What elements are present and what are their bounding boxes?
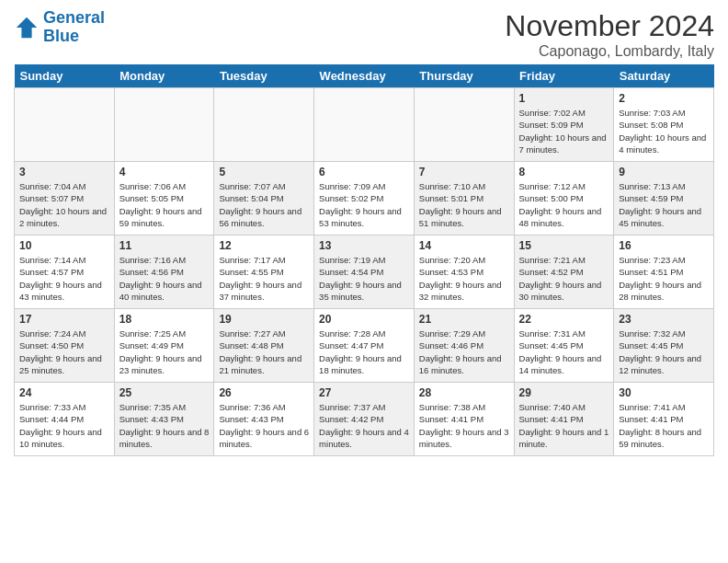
day-number-15: 15: [519, 239, 609, 252]
day-info-6: Sunrise: 7:09 AM Sunset: 5:02 PM Dayligh…: [319, 180, 409, 229]
day-number-23: 23: [619, 313, 709, 326]
day-number-26: 26: [219, 386, 309, 399]
header-saturday: Saturday: [614, 64, 714, 88]
page-container: General Blue November 2024 Caponago, Lom…: [0, 0, 728, 465]
day-number-28: 28: [419, 386, 509, 399]
day-number-16: 16: [619, 239, 709, 252]
calendar-cell-w0-d0: [15, 88, 115, 162]
day-number-6: 6: [319, 166, 409, 178]
logo: General Blue: [14, 9, 105, 46]
day-number-30: 30: [619, 386, 709, 399]
svg-marker-0: [17, 17, 37, 38]
day-info-24: Sunrise: 7:33 AM Sunset: 4:44 PM Dayligh…: [19, 401, 109, 450]
calendar-cell-w3-d5: 22Sunrise: 7:31 AM Sunset: 4:45 PM Dayli…: [514, 309, 614, 383]
calendar-cell-w0-d4: [414, 88, 514, 162]
day-info-30: Sunrise: 7:41 AM Sunset: 4:41 PM Dayligh…: [619, 401, 709, 450]
calendar-cell-w2-d5: 15Sunrise: 7:21 AM Sunset: 4:52 PM Dayli…: [514, 236, 614, 309]
day-number-9: 9: [619, 166, 709, 178]
day-info-4: Sunrise: 7:06 AM Sunset: 5:05 PM Dayligh…: [119, 180, 210, 229]
calendar-cell-w0-d6: 2Sunrise: 7:03 AM Sunset: 5:08 PM Daylig…: [614, 88, 714, 162]
day-number-10: 10: [19, 239, 109, 252]
day-number-3: 3: [19, 166, 109, 178]
calendar-cell-w2-d6: 16Sunrise: 7:23 AM Sunset: 4:51 PM Dayli…: [614, 236, 714, 309]
calendar-header-row: Sunday Monday Tuesday Wednesday Thursday…: [15, 64, 714, 88]
day-info-20: Sunrise: 7:28 AM Sunset: 4:47 PM Dayligh…: [319, 327, 409, 376]
day-number-11: 11: [119, 239, 210, 252]
calendar-cell-w4-d4: 28Sunrise: 7:38 AM Sunset: 4:41 PM Dayli…: [414, 383, 514, 456]
day-number-1: 1: [519, 92, 609, 105]
header-monday: Monday: [114, 64, 214, 88]
week-row-3: 17Sunrise: 7:24 AM Sunset: 4:50 PM Dayli…: [15, 309, 714, 383]
calendar-cell-w2-d2: 12Sunrise: 7:17 AM Sunset: 4:55 PM Dayli…: [214, 236, 314, 309]
location-title: Caponago, Lombardy, Italy: [505, 43, 714, 60]
month-title: November 2024: [505, 9, 714, 43]
calendar-cell-w1-d3: 6Sunrise: 7:09 AM Sunset: 5:02 PM Daylig…: [314, 162, 415, 236]
calendar-cell-w2-d4: 14Sunrise: 7:20 AM Sunset: 4:53 PM Dayli…: [414, 236, 514, 309]
day-number-20: 20: [319, 313, 409, 326]
calendar-cell-w4-d0: 24Sunrise: 7:33 AM Sunset: 4:44 PM Dayli…: [15, 383, 115, 456]
calendar-cell-w4-d3: 27Sunrise: 7:37 AM Sunset: 4:42 PM Dayli…: [314, 383, 415, 456]
day-number-4: 4: [119, 166, 210, 178]
day-info-7: Sunrise: 7:10 AM Sunset: 5:01 PM Dayligh…: [419, 180, 509, 229]
calendar-cell-w2-d3: 13Sunrise: 7:19 AM Sunset: 4:54 PM Dayli…: [314, 236, 415, 309]
day-number-27: 27: [319, 386, 409, 399]
calendar-cell-w3-d0: 17Sunrise: 7:24 AM Sunset: 4:50 PM Dayli…: [15, 309, 115, 383]
day-number-5: 5: [219, 166, 309, 178]
calendar-cell-w4-d1: 25Sunrise: 7:35 AM Sunset: 4:43 PM Dayli…: [114, 383, 214, 456]
day-number-2: 2: [619, 92, 709, 105]
week-row-1: 3Sunrise: 7:04 AM Sunset: 5:07 PM Daylig…: [15, 162, 714, 236]
day-number-12: 12: [219, 239, 309, 252]
day-info-5: Sunrise: 7:07 AM Sunset: 5:04 PM Dayligh…: [219, 180, 309, 229]
week-row-0: 1Sunrise: 7:02 AM Sunset: 5:09 PM Daylig…: [15, 88, 714, 162]
calendar-cell-w1-d5: 8Sunrise: 7:12 AM Sunset: 5:00 PM Daylig…: [514, 162, 614, 236]
day-info-27: Sunrise: 7:37 AM Sunset: 4:42 PM Dayligh…: [319, 401, 409, 450]
day-info-2: Sunrise: 7:03 AM Sunset: 5:08 PM Dayligh…: [619, 107, 709, 155]
logo-text: General Blue: [43, 9, 105, 46]
day-info-10: Sunrise: 7:14 AM Sunset: 4:57 PM Dayligh…: [19, 254, 109, 303]
logo-line1: General: [43, 8, 105, 27]
calendar-cell-w2-d1: 11Sunrise: 7:16 AM Sunset: 4:56 PM Dayli…: [114, 236, 214, 309]
calendar-cell-w0-d5: 1Sunrise: 7:02 AM Sunset: 5:09 PM Daylig…: [514, 88, 614, 162]
calendar-cell-w4-d2: 26Sunrise: 7:36 AM Sunset: 4:43 PM Dayli…: [214, 383, 314, 456]
day-number-18: 18: [119, 313, 210, 326]
week-row-2: 10Sunrise: 7:14 AM Sunset: 4:57 PM Dayli…: [15, 236, 714, 309]
calendar-cell-w2-d0: 10Sunrise: 7:14 AM Sunset: 4:57 PM Dayli…: [15, 236, 115, 309]
calendar-cell-w4-d6: 30Sunrise: 7:41 AM Sunset: 4:41 PM Dayli…: [614, 383, 714, 456]
day-number-24: 24: [19, 386, 109, 399]
day-info-18: Sunrise: 7:25 AM Sunset: 4:49 PM Dayligh…: [119, 327, 210, 376]
day-number-14: 14: [419, 239, 509, 252]
day-info-14: Sunrise: 7:20 AM Sunset: 4:53 PM Dayligh…: [419, 254, 509, 303]
calendar-cell-w0-d2: [214, 88, 314, 162]
day-number-13: 13: [319, 239, 409, 252]
calendar-cell-w4-d5: 29Sunrise: 7:40 AM Sunset: 4:41 PM Dayli…: [514, 383, 614, 456]
day-number-22: 22: [519, 313, 609, 326]
title-block: November 2024 Caponago, Lombardy, Italy: [505, 9, 714, 60]
week-row-4: 24Sunrise: 7:33 AM Sunset: 4:44 PM Dayli…: [15, 383, 714, 456]
calendar-cell-w1-d1: 4Sunrise: 7:06 AM Sunset: 5:05 PM Daylig…: [114, 162, 214, 236]
calendar-cell-w1-d6: 9Sunrise: 7:13 AM Sunset: 4:59 PM Daylig…: [614, 162, 714, 236]
day-number-19: 19: [219, 313, 309, 326]
logo-icon: [14, 15, 40, 40]
day-info-1: Sunrise: 7:02 AM Sunset: 5:09 PM Dayligh…: [519, 107, 609, 155]
day-info-15: Sunrise: 7:21 AM Sunset: 4:52 PM Dayligh…: [519, 254, 609, 303]
day-info-19: Sunrise: 7:27 AM Sunset: 4:48 PM Dayligh…: [219, 327, 309, 376]
header-wednesday: Wednesday: [314, 64, 415, 88]
day-info-21: Sunrise: 7:29 AM Sunset: 4:46 PM Dayligh…: [419, 327, 509, 376]
logo-line2: Blue: [43, 27, 79, 45]
day-info-3: Sunrise: 7:04 AM Sunset: 5:07 PM Dayligh…: [19, 180, 109, 229]
header-thursday: Thursday: [414, 64, 514, 88]
header: General Blue November 2024 Caponago, Lom…: [14, 9, 714, 60]
day-info-23: Sunrise: 7:32 AM Sunset: 4:45 PM Dayligh…: [619, 327, 709, 376]
day-info-9: Sunrise: 7:13 AM Sunset: 4:59 PM Dayligh…: [619, 180, 709, 229]
calendar-cell-w3-d3: 20Sunrise: 7:28 AM Sunset: 4:47 PM Dayli…: [314, 309, 415, 383]
day-info-25: Sunrise: 7:35 AM Sunset: 4:43 PM Dayligh…: [119, 401, 210, 450]
day-info-13: Sunrise: 7:19 AM Sunset: 4:54 PM Dayligh…: [319, 254, 409, 303]
day-number-8: 8: [519, 166, 609, 178]
day-info-17: Sunrise: 7:24 AM Sunset: 4:50 PM Dayligh…: [19, 327, 109, 376]
day-info-22: Sunrise: 7:31 AM Sunset: 4:45 PM Dayligh…: [519, 327, 609, 376]
day-number-7: 7: [419, 166, 509, 178]
day-number-29: 29: [519, 386, 609, 399]
day-info-11: Sunrise: 7:16 AM Sunset: 4:56 PM Dayligh…: [119, 254, 210, 303]
calendar-cell-w3-d2: 19Sunrise: 7:27 AM Sunset: 4:48 PM Dayli…: [214, 309, 314, 383]
header-tuesday: Tuesday: [214, 64, 314, 88]
